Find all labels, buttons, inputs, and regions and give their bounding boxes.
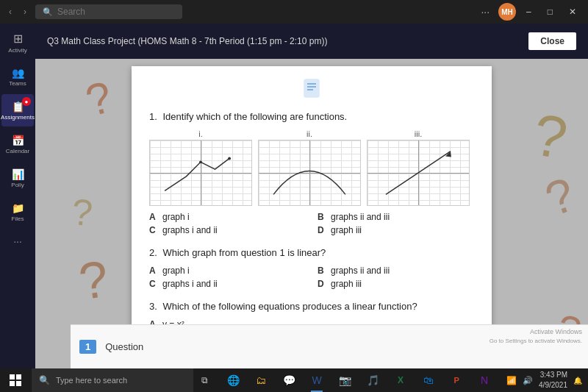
q1-answer-c-text: graphs i and ii: [162, 225, 218, 235]
taskbar-word-btn[interactable]: W: [304, 368, 330, 392]
q2-answers: A graph i B graphs ii and iii C graphs i…: [149, 266, 474, 289]
sidebar-item-polly[interactable]: 📊 Polly: [1, 162, 34, 194]
svg-point-5: [228, 157, 231, 160]
graph-iii-container: iii.: [367, 129, 470, 206]
taskbar-edge-btn[interactable]: 🌐: [220, 368, 246, 392]
sidebar-item-assignments[interactable]: ● 📋 Assignments: [1, 94, 34, 126]
taskbar-teams-btn[interactable]: 💬: [276, 368, 302, 392]
bottom-panel: 1 Question Activate Windows Go to Settin…: [71, 324, 588, 368]
task-view-button[interactable]: ⧉: [193, 368, 217, 392]
q1-number: 1.: [149, 111, 157, 122]
question-number-badge: 1: [79, 340, 96, 354]
question-1-text: 1. Identify which of the following are f…: [149, 111, 474, 122]
taskbar-onenote-btn[interactable]: N: [471, 368, 498, 392]
assignments-badge: ●: [22, 97, 31, 106]
taskbar-time-display: 3:43 PM 4/9/2021: [539, 370, 567, 391]
taskbar-music-btn[interactable]: 🎵: [359, 368, 386, 392]
assignment-paper: 1. Identify which of the following are f…: [132, 66, 492, 346]
notification-icon[interactable]: 🔔: [573, 377, 582, 385]
graph-i-svg: [150, 140, 251, 205]
assignment-title: Q3 Math Class Project (HOMS Math 8 - 7th…: [47, 36, 327, 46]
activity-icon: ⊞: [13, 32, 23, 46]
graph-iii-svg: [368, 140, 469, 205]
sidebar: ⊞ Activity 👥 Teams ● 📋 Assignments 📅 Cal…: [0, 24, 35, 368]
sidebar-files-label: Files: [12, 215, 24, 222]
maximize-button[interactable]: □: [542, 4, 559, 20]
title-bar: ‹ › 🔍 ··· MH – □ ✕: [0, 0, 588, 24]
assignment-area: ? ? ? ? ? ?: [35, 59, 588, 368]
explorer-icon: 🗂: [256, 374, 266, 386]
search-input[interactable]: [57, 7, 160, 17]
taskbar-store-btn[interactable]: 🛍: [415, 368, 442, 392]
taskbar-explorer-btn[interactable]: 🗂: [248, 368, 274, 392]
svg-line-6: [386, 152, 451, 195]
task-view-icon: ⧉: [201, 375, 208, 385]
svg-point-4: [199, 160, 202, 163]
graph-iii: [367, 140, 470, 206]
graph-i-container: i.: [149, 129, 252, 206]
network-icon: 📶: [506, 376, 517, 385]
current-time: 3:43 PM: [539, 370, 567, 380]
svg-rect-9: [16, 374, 21, 379]
minimize-button[interactable]: –: [520, 4, 537, 20]
edge-icon: 🌐: [227, 374, 240, 386]
back-button[interactable]: ‹: [6, 5, 15, 18]
title-bar-left: ‹ › 🔍: [6, 4, 182, 19]
volume-icon: 🔊: [523, 376, 533, 385]
excel-icon: X: [398, 375, 404, 385]
close-assignment-button[interactable]: Close: [528, 32, 576, 50]
powerpoint-icon: P: [453, 376, 459, 385]
graph-ii-container: ii.: [258, 129, 361, 206]
activate-windows-notice: Activate Windows Go to Settings to activ…: [490, 328, 582, 345]
q1-answer-b-letter: B: [318, 212, 326, 222]
word-icon: W: [312, 374, 321, 386]
graph-ii-svg: [259, 140, 360, 205]
taskbar-search-bar[interactable]: 🔍 Type here to search: [32, 368, 193, 392]
sidebar-more-button[interactable]: ···: [13, 235, 22, 247]
q2-number: 2.: [149, 247, 157, 258]
search-bar[interactable]: 🔍: [35, 4, 182, 19]
files-icon: 📁: [12, 202, 24, 214]
sidebar-assignments-label: Assignments: [1, 114, 35, 121]
teams-icon: 👥: [12, 67, 24, 79]
music-icon: 🎵: [367, 374, 379, 386]
graph-iii-label: iii.: [415, 129, 422, 138]
q2-answer-c: C graphs i and ii: [149, 279, 306, 289]
q1-answer-d: D graph iii: [318, 225, 474, 235]
q1-answer-c-letter: C: [149, 225, 158, 235]
question-1-section: 1. Identify which of the following are f…: [149, 111, 474, 235]
sidebar-item-teams[interactable]: 👥 Teams: [1, 60, 34, 93]
q1-answer-d-letter: D: [318, 225, 326, 235]
svg-rect-0: [304, 79, 319, 97]
svg-rect-11: [16, 381, 21, 386]
sidebar-calendar-label: Calendar: [6, 148, 29, 154]
taskbar-excel-btn[interactable]: X: [387, 368, 414, 392]
question-label: Question: [105, 341, 143, 352]
q1-answer-c: C graphs i and ii: [149, 225, 306, 235]
windows-icon: [10, 374, 21, 386]
graphs-row: i.: [149, 129, 474, 206]
paper-icon: [149, 78, 474, 102]
app-header: Q3 Math Class Project (HOMS Math 8 - 7th…: [35, 24, 588, 59]
q2-answer-b: B graphs ii and iii: [318, 266, 474, 276]
window-close-button[interactable]: ✕: [563, 4, 582, 20]
question-2-text: 2. Which graph from question 1 is linear…: [149, 247, 474, 258]
q1-answer-b-text: graphs ii and iii: [331, 212, 390, 222]
sidebar-item-calendar[interactable]: 📅 Calendar: [1, 128, 34, 160]
forward-button[interactable]: ›: [21, 5, 29, 18]
taskbar-search-icon: 🔍: [39, 375, 50, 385]
sidebar-teams-label: Teams: [9, 80, 26, 87]
app-container: ⊞ Activity 👥 Teams ● 📋 Assignments 📅 Cal…: [0, 24, 588, 368]
taskbar-tray: 📶 🔊 3:43 PM 4/9/2021 🔔: [501, 370, 588, 391]
start-button[interactable]: [0, 368, 32, 392]
q2-answer-d: D graph iii: [318, 279, 474, 289]
taskbar-powerpoint-btn[interactable]: P: [443, 368, 470, 392]
graph-i: [149, 140, 252, 206]
more-options-button[interactable]: ···: [476, 6, 494, 18]
taskbar-apps: 🌐 🗂 💬 W 📷 🎵 X 🛍 P N: [217, 368, 501, 392]
taskbar-search-text: Type here to search: [56, 376, 127, 385]
sidebar-item-files[interactable]: 📁 Files: [1, 196, 34, 228]
calendar-icon: 📅: [12, 135, 24, 146]
taskbar-camera-btn[interactable]: 📷: [331, 368, 358, 392]
sidebar-item-activity[interactable]: ⊞ Activity: [1, 26, 34, 59]
